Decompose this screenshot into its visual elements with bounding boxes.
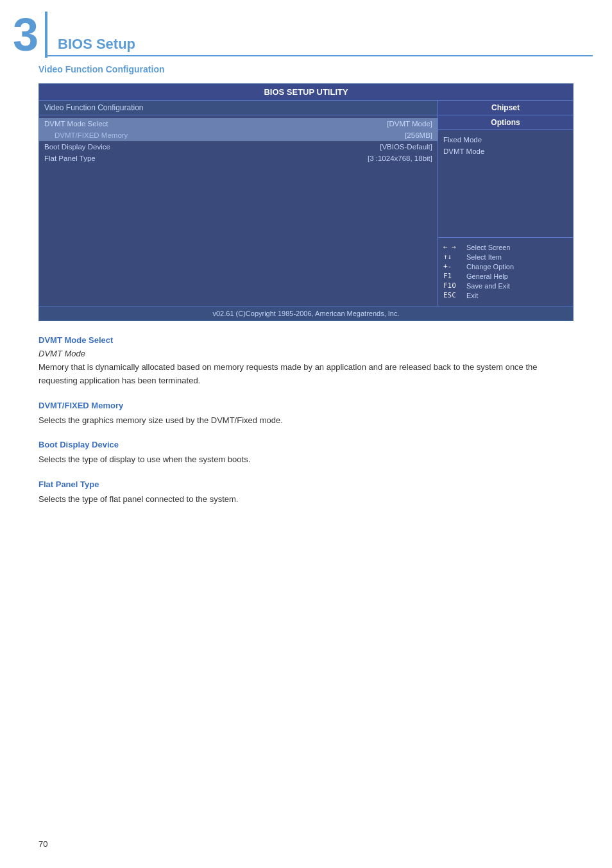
menu-item-flat-panel-label: Flat Panel Type — [44, 154, 368, 162]
menu-item-dvmt-fixed-label: DVMT/FIXED Memory — [44, 131, 405, 139]
desc-flat-panel-type-text: Selects the type of flat panel connected… — [38, 493, 574, 506]
menu-item-dvmt-mode-value: [DVMT Mode] — [387, 120, 432, 128]
key-select-item: ↑↓ Select Item — [443, 253, 568, 261]
chapter-number: 3 — [0, 12, 47, 58]
key-general-help: F1 General Help — [443, 272, 568, 280]
menu-item-boot-display[interactable]: Boot Display Device [VBIOS-Default] — [39, 141, 438, 153]
key-arrows-lr: ← → — [443, 243, 466, 251]
key-select-screen: ← → Select Screen — [443, 243, 568, 251]
option-dvmt-mode: DVMT Mode — [443, 146, 568, 157]
desc-dvmt-mode-select-subtitle: DVMT Mode — [38, 349, 574, 358]
key-select-item-label: Select Item — [466, 253, 502, 261]
key-arrows-ud: ↑↓ — [443, 253, 466, 261]
bios-right-chipset-header: Chipset — [438, 101, 573, 115]
desc-dvmt-fixed-memory-text: Selects the graphics memory size used by… — [38, 414, 574, 428]
bios-left-panel: Video Function Configuration DVMT Mode S… — [39, 101, 438, 306]
desc-dvmt-fixed-memory: DVMT/FIXED Memory Selects the graphics m… — [38, 401, 574, 428]
key-f10: F10 — [443, 281, 466, 290]
bios-left-header: Video Function Configuration — [39, 101, 438, 115]
desc-boot-display-device: Boot Display Device Selects the type of … — [38, 440, 574, 467]
key-save-exit: F10 Save and Exit — [443, 281, 568, 290]
bios-setup-box: BIOS SETUP UTILITY Video Function Config… — [38, 83, 574, 321]
bios-footer: v02.61 (C)Copyright 1985-2006, American … — [39, 306, 573, 321]
bios-title-bar: BIOS SETUP UTILITY — [39, 84, 573, 101]
menu-item-flat-panel[interactable]: Flat Panel Type [3 :1024x768, 18bit] — [39, 153, 438, 164]
desc-dvmt-mode-select: DVMT Mode Select DVMT Mode Memory that i… — [38, 335, 574, 388]
key-general-help-label: General Help — [466, 272, 508, 280]
bios-right-options-header: Options — [438, 115, 573, 130]
key-select-screen-label: Select Screen — [466, 244, 510, 251]
bios-right-bottom: ← → Select Screen ↑↓ Select Item +- Chan… — [438, 162, 573, 306]
key-plusminus: +- — [443, 262, 466, 271]
key-exit: ESC Exit — [443, 291, 568, 299]
desc-boot-display-device-text: Selects the type of display to use when … — [38, 453, 574, 467]
option-fixed-mode: Fixed Mode — [443, 134, 568, 146]
key-f1: F1 — [443, 272, 466, 280]
page-header: 3 BIOS Setup — [0, 0, 612, 58]
menu-item-boot-display-value: [VBIOS-Default] — [380, 143, 432, 151]
key-change-option-label: Change Option — [466, 263, 514, 271]
key-exit-label: Exit — [466, 292, 478, 299]
desc-dvmt-mode-select-text: Memory that is dynamically allocated bas… — [38, 361, 574, 388]
menu-item-flat-panel-value: [3 :1024x768, 18bit] — [368, 154, 432, 162]
menu-item-dvmt-fixed-value: [256MB] — [405, 131, 432, 139]
menu-item-dvmt-mode-label: DVMT Mode Select — [44, 120, 387, 128]
bios-menu-items: DVMT Mode Select [DVMT Mode] DVMT/FIXED … — [39, 115, 438, 167]
desc-flat-panel-type: Flat Panel Type Selects the type of flat… — [38, 480, 574, 506]
page-number: 70 — [38, 839, 47, 849]
menu-item-dvmt-fixed[interactable]: DVMT/FIXED Memory [256MB] — [39, 129, 438, 141]
bios-inner: Video Function Configuration DVMT Mode S… — [39, 101, 573, 306]
bios-key-help: ← → Select Screen ↑↓ Select Item +- Chan… — [438, 237, 573, 306]
page-content: Video Function Configuration BIOS SETUP … — [0, 64, 612, 506]
desc-dvmt-fixed-memory-title: DVMT/FIXED Memory — [38, 401, 574, 410]
key-change-option: +- Change Option — [443, 262, 568, 271]
key-esc: ESC — [443, 291, 466, 299]
key-save-exit-label: Save and Exit — [466, 282, 510, 290]
desc-flat-panel-type-title: Flat Panel Type — [38, 480, 574, 489]
bios-left-content: Video Function Configuration DVMT Mode S… — [39, 101, 438, 306]
bios-right-panel: Chipset Options Fixed Mode DVMT Mode ← →… — [438, 101, 573, 306]
menu-item-boot-display-label: Boot Display Device — [44, 143, 380, 151]
chapter-title: BIOS Setup — [47, 12, 593, 56]
bios-right-inner: Chipset Options Fixed Mode DVMT Mode ← →… — [438, 101, 573, 306]
section-title: Video Function Configuration — [38, 64, 574, 74]
menu-item-dvmt-mode[interactable]: DVMT Mode Select [DVMT Mode] — [39, 118, 438, 129]
desc-dvmt-mode-select-title: DVMT Mode Select — [38, 335, 574, 345]
desc-boot-display-device-title: Boot Display Device — [38, 440, 574, 449]
bios-right-options: Fixed Mode DVMT Mode — [438, 130, 573, 162]
